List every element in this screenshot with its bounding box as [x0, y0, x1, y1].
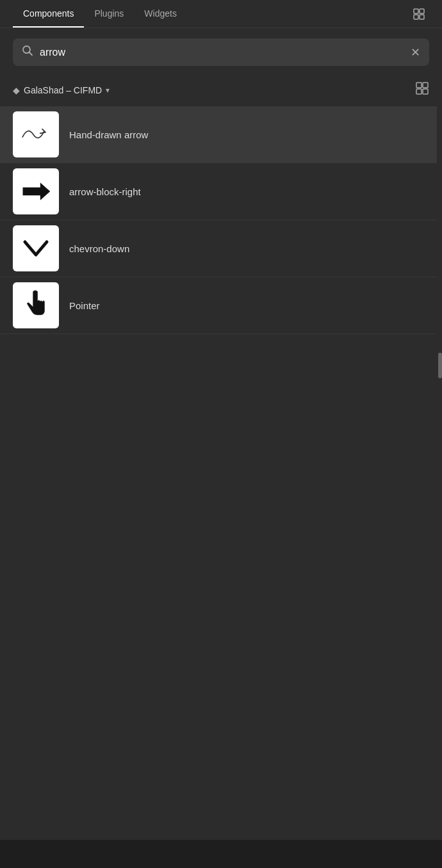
clear-icon[interactable]: ✕ — [411, 45, 420, 60]
component-list: Hand-drawn arrow arrow-block-right — [0, 106, 442, 840]
tab-components[interactable]: Components — [13, 0, 84, 28]
panel-content: ✕ ◆ GalaShad – CIFMD ▾ — [0, 28, 442, 840]
search-icon — [22, 45, 33, 60]
svg-rect-2 — [414, 15, 418, 19]
list-item[interactable]: Pointer — [0, 277, 442, 334]
scrollbar-thumb[interactable] — [438, 353, 442, 378]
list-item[interactable]: chevron-down — [0, 220, 442, 277]
component-thumbnail-hand-drawn-arrow — [13, 111, 59, 157]
library-grid-button[interactable] — [415, 81, 429, 99]
component-label: chevron-down — [69, 243, 129, 254]
svg-marker-10 — [23, 182, 51, 200]
top-nav: Components Plugins Widgets — [0, 0, 442, 28]
svg-rect-0 — [414, 9, 418, 13]
component-label: arrow-block-right — [69, 186, 141, 197]
scrollbar[interactable] — [437, 28, 442, 840]
diamond-icon: ◆ — [13, 85, 20, 95]
search-bar-container: ✕ — [0, 28, 442, 76]
main-area: ✕ ◆ GalaShad – CIFMD ▾ — [0, 28, 442, 840]
list-item[interactable]: Hand-drawn arrow — [0, 106, 442, 163]
search-bar: ✕ — [13, 38, 429, 66]
tab-widgets[interactable]: Widgets — [134, 0, 187, 28]
component-label: Hand-drawn arrow — [69, 129, 148, 140]
search-input[interactable] — [40, 47, 404, 58]
bottom-bar — [0, 840, 442, 868]
svg-line-5 — [29, 52, 33, 56]
component-label: Pointer — [69, 300, 100, 311]
svg-rect-8 — [416, 89, 422, 94]
svg-rect-6 — [416, 83, 422, 88]
svg-rect-1 — [420, 9, 424, 13]
component-thumbnail-arrow-block-right — [13, 168, 59, 214]
svg-rect-7 — [423, 83, 428, 88]
svg-rect-3 — [420, 15, 424, 19]
list-item[interactable]: arrow-block-right — [0, 163, 442, 220]
grid-icon[interactable] — [409, 4, 429, 24]
svg-rect-9 — [423, 89, 428, 94]
library-name[interactable]: GalaShad – CIFMD — [24, 85, 102, 95]
tab-plugins[interactable]: Plugins — [84, 0, 134, 28]
component-thumbnail-pointer — [13, 282, 59, 328]
component-thumbnail-chevron-down — [13, 225, 59, 271]
library-dropdown-chevron[interactable]: ▾ — [106, 86, 110, 95]
library-header: ◆ GalaShad – CIFMD ▾ — [0, 76, 442, 106]
